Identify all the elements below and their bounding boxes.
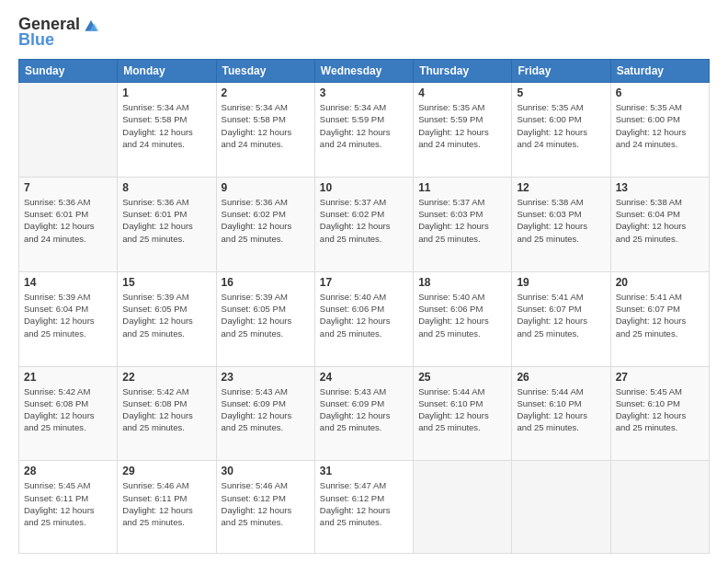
day-info: Sunrise: 5:40 AMSunset: 6:06 PMDaylight:…	[418, 291, 506, 339]
day-number: 13	[616, 181, 704, 194]
logo-blue: Blue	[18, 30, 54, 50]
calendar-week-row: 14Sunrise: 5:39 AMSunset: 6:04 PMDayligh…	[19, 271, 710, 366]
day-number: 1	[122, 86, 210, 99]
calendar-cell: 5Sunrise: 5:35 AMSunset: 6:00 PMDaylight…	[512, 83, 610, 178]
calendar-cell: 30Sunrise: 5:46 AMSunset: 6:12 PMDayligh…	[216, 461, 314, 554]
calendar-cell: 4Sunrise: 5:35 AMSunset: 5:59 PMDaylight…	[414, 83, 512, 178]
day-info: Sunrise: 5:45 AMSunset: 6:10 PMDaylight:…	[616, 385, 704, 434]
day-info: Sunrise: 5:40 AMSunset: 6:06 PMDaylight:…	[320, 291, 408, 339]
day-info: Sunrise: 5:43 AMSunset: 6:09 PMDaylight:…	[320, 385, 408, 434]
day-number: 7	[24, 181, 112, 194]
calendar-cell	[414, 461, 512, 554]
day-info: Sunrise: 5:42 AMSunset: 6:08 PMDaylight:…	[122, 385, 210, 434]
day-number: 22	[122, 371, 210, 384]
calendar-header-tuesday: Tuesday	[216, 60, 314, 83]
calendar-header-monday: Monday	[118, 60, 216, 83]
calendar-cell: 27Sunrise: 5:45 AMSunset: 6:10 PMDayligh…	[610, 366, 709, 461]
day-info: Sunrise: 5:36 AMSunset: 6:01 PMDaylight:…	[122, 196, 210, 245]
day-number: 24	[320, 371, 408, 384]
calendar-cell: 22Sunrise: 5:42 AMSunset: 6:08 PMDayligh…	[118, 366, 216, 461]
calendar-cell: 14Sunrise: 5:39 AMSunset: 6:04 PMDayligh…	[19, 271, 118, 366]
calendar-cell: 17Sunrise: 5:40 AMSunset: 6:06 PMDayligh…	[314, 271, 413, 366]
day-number: 29	[122, 465, 210, 477]
day-number: 25	[418, 371, 506, 384]
calendar-header-wednesday: Wednesday	[314, 60, 413, 83]
calendar-cell	[19, 83, 118, 178]
calendar-week-row: 21Sunrise: 5:42 AMSunset: 6:08 PMDayligh…	[19, 366, 710, 461]
day-info: Sunrise: 5:37 AMSunset: 6:02 PMDaylight:…	[320, 196, 408, 245]
calendar-cell: 21Sunrise: 5:42 AMSunset: 6:08 PMDayligh…	[19, 366, 118, 461]
day-number: 31	[320, 465, 408, 477]
calendar-cell: 6Sunrise: 5:35 AMSunset: 6:00 PMDaylight…	[610, 83, 709, 178]
day-info: Sunrise: 5:35 AMSunset: 6:00 PMDaylight:…	[616, 101, 704, 150]
day-number: 20	[616, 276, 704, 289]
calendar-cell: 19Sunrise: 5:41 AMSunset: 6:07 PMDayligh…	[512, 271, 610, 366]
day-number: 2	[222, 86, 310, 99]
calendar-header-friday: Friday	[512, 60, 610, 83]
day-info: Sunrise: 5:39 AMSunset: 6:04 PMDaylight:…	[24, 291, 112, 339]
calendar-cell: 13Sunrise: 5:38 AMSunset: 6:04 PMDayligh…	[610, 177, 709, 271]
day-number: 5	[517, 86, 605, 99]
day-info: Sunrise: 5:38 AMSunset: 6:04 PMDaylight:…	[616, 196, 704, 245]
calendar-week-row: 1Sunrise: 5:34 AMSunset: 5:58 PMDaylight…	[19, 83, 710, 178]
logo: General Blue	[18, 15, 100, 50]
day-number: 8	[122, 181, 210, 194]
day-number: 23	[222, 371, 310, 384]
day-info: Sunrise: 5:42 AMSunset: 6:08 PMDaylight:…	[24, 385, 112, 434]
day-number: 15	[122, 276, 210, 289]
calendar-cell: 10Sunrise: 5:37 AMSunset: 6:02 PMDayligh…	[314, 177, 413, 271]
day-number: 14	[24, 276, 112, 289]
day-info: Sunrise: 5:46 AMSunset: 6:12 PMDaylight:…	[222, 479, 310, 528]
day-number: 26	[517, 371, 605, 384]
day-info: Sunrise: 5:46 AMSunset: 6:11 PMDaylight:…	[122, 479, 210, 528]
day-info: Sunrise: 5:39 AMSunset: 6:05 PMDaylight:…	[122, 291, 210, 339]
day-number: 12	[517, 181, 605, 194]
calendar-cell: 3Sunrise: 5:34 AMSunset: 5:59 PMDaylight…	[314, 83, 413, 178]
calendar-cell: 26Sunrise: 5:44 AMSunset: 6:10 PMDayligh…	[512, 366, 610, 461]
day-info: Sunrise: 5:36 AMSunset: 6:02 PMDaylight:…	[222, 196, 310, 245]
day-info: Sunrise: 5:39 AMSunset: 6:05 PMDaylight:…	[222, 291, 310, 339]
day-number: 11	[418, 181, 506, 194]
day-number: 28	[24, 465, 112, 477]
calendar-cell: 16Sunrise: 5:39 AMSunset: 6:05 PMDayligh…	[216, 271, 314, 366]
day-number: 3	[320, 86, 408, 99]
day-info: Sunrise: 5:38 AMSunset: 6:03 PMDaylight:…	[517, 196, 605, 245]
day-number: 18	[418, 276, 506, 289]
day-info: Sunrise: 5:34 AMSunset: 5:58 PMDaylight:…	[122, 101, 210, 150]
calendar-cell: 18Sunrise: 5:40 AMSunset: 6:06 PMDayligh…	[414, 271, 512, 366]
day-number: 10	[320, 181, 408, 194]
calendar-cell: 31Sunrise: 5:47 AMSunset: 6:12 PMDayligh…	[314, 461, 413, 554]
day-number: 9	[222, 181, 310, 194]
page: General Blue SundayMondayTuesdayWednesda…	[0, 0, 728, 563]
calendar-cell: 2Sunrise: 5:34 AMSunset: 5:58 PMDaylight…	[216, 83, 314, 178]
logo-icon	[82, 16, 100, 34]
day-info: Sunrise: 5:36 AMSunset: 6:01 PMDaylight:…	[24, 196, 112, 245]
day-info: Sunrise: 5:34 AMSunset: 5:58 PMDaylight:…	[222, 101, 310, 150]
calendar-cell: 15Sunrise: 5:39 AMSunset: 6:05 PMDayligh…	[118, 271, 216, 366]
day-info: Sunrise: 5:45 AMSunset: 6:11 PMDaylight:…	[24, 479, 112, 528]
calendar-cell: 23Sunrise: 5:43 AMSunset: 6:09 PMDayligh…	[216, 366, 314, 461]
calendar-cell: 12Sunrise: 5:38 AMSunset: 6:03 PMDayligh…	[512, 177, 610, 271]
day-number: 4	[418, 86, 506, 99]
day-info: Sunrise: 5:35 AMSunset: 6:00 PMDaylight:…	[517, 101, 605, 150]
calendar-cell: 11Sunrise: 5:37 AMSunset: 6:03 PMDayligh…	[414, 177, 512, 271]
calendar-cell: 20Sunrise: 5:41 AMSunset: 6:07 PMDayligh…	[610, 271, 709, 366]
calendar-header-thursday: Thursday	[414, 60, 512, 83]
calendar-cell	[610, 461, 709, 554]
day-number: 6	[616, 86, 704, 99]
calendar-cell: 24Sunrise: 5:43 AMSunset: 6:09 PMDayligh…	[314, 366, 413, 461]
day-info: Sunrise: 5:44 AMSunset: 6:10 PMDaylight:…	[418, 385, 506, 434]
calendar-cell: 7Sunrise: 5:36 AMSunset: 6:01 PMDaylight…	[19, 177, 118, 271]
day-info: Sunrise: 5:44 AMSunset: 6:10 PMDaylight:…	[517, 385, 605, 434]
calendar-cell: 29Sunrise: 5:46 AMSunset: 6:11 PMDayligh…	[118, 461, 216, 554]
calendar-cell: 28Sunrise: 5:45 AMSunset: 6:11 PMDayligh…	[19, 461, 118, 554]
calendar-body: 1Sunrise: 5:34 AMSunset: 5:58 PMDaylight…	[19, 83, 710, 554]
day-number: 27	[616, 371, 704, 384]
header: General Blue	[18, 15, 710, 50]
calendar-cell	[512, 461, 610, 554]
calendar-week-row: 28Sunrise: 5:45 AMSunset: 6:11 PMDayligh…	[19, 461, 710, 554]
day-info: Sunrise: 5:41 AMSunset: 6:07 PMDaylight:…	[616, 291, 704, 339]
calendar: SundayMondayTuesdayWednesdayThursdayFrid…	[18, 59, 710, 554]
calendar-header-row: SundayMondayTuesdayWednesdayThursdayFrid…	[19, 60, 710, 83]
day-info: Sunrise: 5:41 AMSunset: 6:07 PMDaylight:…	[517, 291, 605, 339]
